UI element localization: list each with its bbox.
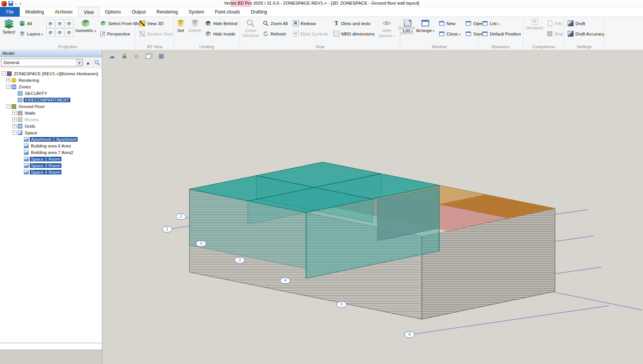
draft-accuracy-button[interactable]: Draft Accuracy bbox=[566, 29, 606, 39]
search-button[interactable] bbox=[93, 59, 101, 66]
stop-comparison-button[interactable]: Stop bbox=[545, 29, 565, 39]
collapse-icon[interactable] bbox=[6, 85, 10, 89]
tree-item-firecompartment[interactable]: FIRECOMPARTMENT bbox=[1, 97, 101, 103]
tree-item-apartment-1[interactable]: Apartment 1 Apartment bbox=[1, 136, 101, 142]
tab-system[interactable]: System bbox=[183, 7, 210, 17]
arrange-button[interactable]: Arrange bbox=[415, 18, 436, 34]
tab-view[interactable]: View bbox=[78, 7, 100, 17]
grid-bubble[interactable]: 5 bbox=[337, 301, 347, 308]
redraw-button[interactable]: Redraw bbox=[291, 18, 330, 29]
hide-inside-button[interactable]: Hide Inside bbox=[203, 29, 239, 39]
svg-text:2: 2 bbox=[180, 214, 182, 218]
all-button[interactable]: All bbox=[17, 18, 45, 29]
ribbon-group-3d-view: View 3D Section View 3D View bbox=[136, 17, 174, 50]
dims-and-texts-button[interactable]: T Dims and texts bbox=[332, 18, 377, 29]
tab-rendering[interactable]: Rendering bbox=[151, 7, 183, 17]
tab-file[interactable]: File bbox=[0, 7, 20, 17]
collapse-tree-button[interactable] bbox=[84, 59, 92, 66]
grid-bubble[interactable]: 6 bbox=[404, 332, 415, 338]
set-button[interactable]: Set bbox=[175, 18, 186, 34]
panel-resize-area[interactable] bbox=[0, 343, 102, 349]
tile-windows-icon bbox=[159, 52, 164, 59]
projection-view-button-6[interactable] bbox=[65, 29, 73, 37]
projection-view-button-5[interactable] bbox=[56, 29, 64, 37]
hide-behind-button[interactable]: Hide Behind bbox=[203, 18, 239, 29]
tree-item-walls[interactable]: Walls bbox=[1, 110, 101, 116]
tab-archives[interactable]: Archives bbox=[49, 7, 78, 17]
tab-output[interactable]: Output bbox=[126, 7, 151, 17]
refresh-button[interactable]: Refresh bbox=[261, 29, 290, 39]
tree-filter-dropdown[interactable]: General bbox=[1, 59, 83, 66]
projection-view-button-2[interactable] bbox=[56, 20, 64, 28]
new-window-button[interactable]: New bbox=[437, 18, 462, 29]
projection-view-button-1[interactable] bbox=[46, 20, 55, 28]
tree-item-rooms[interactable]: Rooms bbox=[1, 116, 101, 123]
revision-button[interactable]: Revision bbox=[525, 18, 544, 31]
blink-symbols-button[interactable]: Blink Symbols bbox=[291, 29, 330, 39]
grid-bubble[interactable]: 4 bbox=[280, 278, 290, 284]
select-button[interactable]: Select bbox=[2, 18, 16, 36]
tree-item-ground-floor[interactable]: Ground Floor bbox=[1, 103, 101, 110]
zoom-window-button[interactable]: Zoom Window bbox=[242, 18, 260, 39]
tab-point-clouds[interactable]: Point clouds bbox=[210, 7, 245, 17]
projection-view-button-3[interactable] bbox=[65, 20, 73, 28]
expand-icon[interactable] bbox=[6, 78, 10, 82]
ribbon-group-comparison: Revision File Stop Comparison bbox=[523, 17, 564, 50]
tab-modeling[interactable]: Modeling bbox=[20, 7, 49, 17]
tree-item-space-4[interactable]: Space 4 Room bbox=[1, 169, 101, 175]
delete-button[interactable]: Delete bbox=[187, 18, 202, 34]
default-position-button[interactable]: Default Position bbox=[480, 29, 523, 39]
3d-model-canvas[interactable]: 2 1 2 3 4 5 6 bbox=[107, 50, 643, 364]
space-item-icon bbox=[24, 144, 29, 148]
tree-item-space[interactable]: Space bbox=[1, 129, 101, 136]
mbd-dimensions-button[interactable]: MBD dimensions bbox=[332, 29, 377, 39]
grid-bubble[interactable]: 2 bbox=[196, 240, 206, 247]
draft-button[interactable]: Draft bbox=[566, 18, 606, 29]
expand-icon[interactable] bbox=[12, 117, 17, 122]
zoom-all-button[interactable]: Zoom All bbox=[261, 18, 290, 29]
compare-file-button[interactable]: File bbox=[545, 18, 565, 29]
grid-bubble[interactable]: 3 bbox=[235, 257, 245, 263]
collapse-icon[interactable] bbox=[6, 104, 10, 108]
refresh-icon bbox=[263, 31, 269, 37]
grid-bubble[interactable]: 1 bbox=[162, 226, 172, 232]
cloud-button[interactable] bbox=[107, 52, 117, 60]
close-window-button[interactable]: Close bbox=[437, 29, 462, 39]
section-view-button[interactable]: Section View bbox=[137, 29, 174, 39]
layers-button[interactable]: Layers bbox=[17, 29, 45, 39]
tree-item-zones[interactable]: Zones bbox=[1, 83, 101, 90]
home-view-button[interactable] bbox=[132, 52, 141, 60]
browsers-list-button[interactable]: List bbox=[480, 18, 523, 29]
collapse-icon[interactable] bbox=[12, 130, 17, 135]
projection-view-button-4[interactable] bbox=[46, 29, 55, 37]
tree-item-root[interactable]: ZONESPACE [REV1->][Kimmo Honkanen] bbox=[1, 70, 101, 77]
cascade-windows-button[interactable] bbox=[144, 52, 154, 60]
layers-icon bbox=[19, 31, 25, 37]
tab-options[interactable]: Options bbox=[100, 7, 126, 17]
section-view-icon bbox=[139, 31, 145, 37]
tree-item-rendering[interactable]: Rendering bbox=[1, 77, 101, 83]
view-3d-button[interactable]: View 3D bbox=[137, 18, 174, 29]
tab-drafting[interactable]: Drafting bbox=[245, 7, 272, 17]
expand-icon[interactable] bbox=[12, 124, 17, 128]
tree-item-grids[interactable]: Grids bbox=[1, 123, 101, 129]
tile-windows-button[interactable] bbox=[157, 52, 166, 60]
mbd-dimensions-icon bbox=[333, 31, 339, 37]
collapse-icon[interactable] bbox=[2, 71, 6, 76]
tree-item-building-area-6[interactable]: Building area 6 Area bbox=[1, 142, 101, 149]
expand-icon[interactable] bbox=[12, 111, 17, 115]
isometric-button[interactable]: Isometric bbox=[74, 18, 98, 34]
save-window-icon bbox=[465, 31, 471, 37]
chevron-down-icon[interactable] bbox=[76, 59, 82, 66]
tree-item-space-3[interactable]: Space 3 Room bbox=[1, 162, 101, 169]
hide-planes-button[interactable]: Hide planes bbox=[378, 18, 396, 39]
cube-icon bbox=[100, 20, 106, 26]
checkbox-checked-icon[interactable] bbox=[100, 32, 105, 36]
tree-item-security[interactable]: SECURITY bbox=[1, 90, 101, 97]
magnifier-icon bbox=[246, 19, 255, 27]
grid-bubble[interactable]: 2 bbox=[176, 213, 186, 220]
tree-item-space-2[interactable]: Space 2 Room bbox=[1, 156, 101, 162]
tree-item-building-area-7[interactable]: Building area 7 Area2 bbox=[1, 149, 101, 156]
lock-view-button[interactable] bbox=[120, 52, 129, 60]
3d-viewport[interactable]: 2 1 2 3 4 5 6 bbox=[103, 50, 643, 364]
